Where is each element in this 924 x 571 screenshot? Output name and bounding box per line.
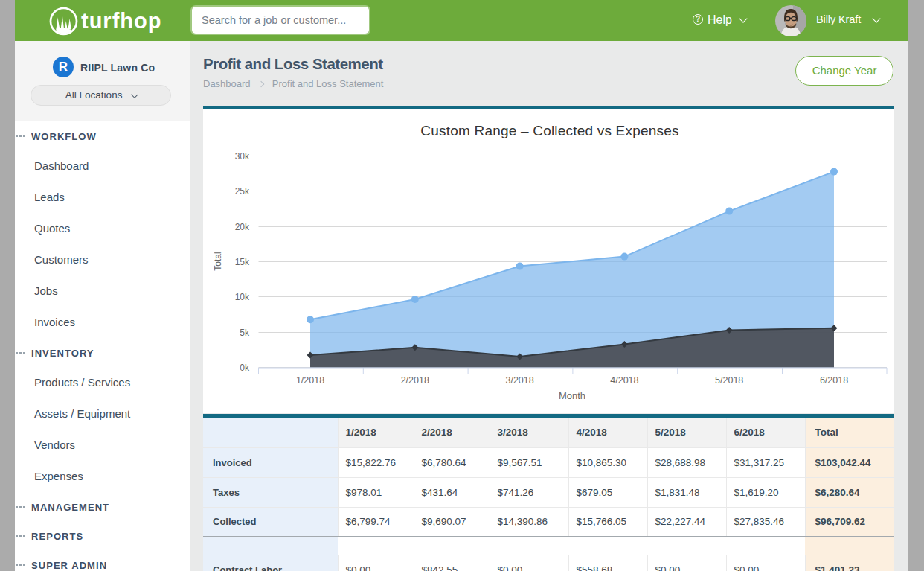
svg-text:5/2018: 5/2018 bbox=[715, 375, 743, 386]
svg-text:30k: 30k bbox=[235, 151, 250, 162]
svg-text:Custom Range – Collected vs Ex: Custom Range – Collected vs Expenses bbox=[420, 123, 678, 138]
svg-text:25k: 25k bbox=[235, 186, 250, 197]
svg-text:2/2018: 2/2018 bbox=[401, 375, 429, 386]
svg-text:1/2018: 1/2018 bbox=[296, 375, 324, 386]
svg-text:0k: 0k bbox=[240, 363, 250, 373]
svg-text:Total: Total bbox=[213, 252, 223, 270]
svg-text:4/2018: 4/2018 bbox=[610, 375, 638, 386]
svg-text:6/2018: 6/2018 bbox=[820, 375, 848, 386]
svg-text:20k: 20k bbox=[235, 222, 250, 232]
svg-text:10k: 10k bbox=[235, 292, 250, 302]
svg-text:3/2018: 3/2018 bbox=[505, 375, 533, 386]
svg-text:5k: 5k bbox=[240, 328, 250, 338]
svg-text:Month: Month bbox=[559, 390, 585, 401]
svg-text:15k: 15k bbox=[235, 257, 250, 267]
